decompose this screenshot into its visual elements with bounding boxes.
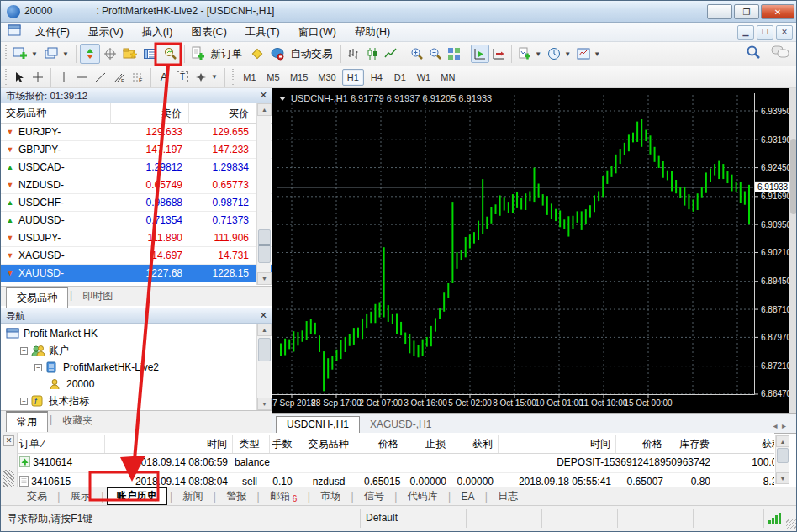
column-symbol[interactable]: 交易品种: [1, 103, 111, 124]
navigator-toggle-button[interactable]: [120, 44, 140, 64]
new-chart-button[interactable]: [10, 44, 30, 64]
tree-expander-icon[interactable]: −: [34, 364, 42, 371]
tile-windows-button[interactable]: [445, 45, 463, 63]
chart-restore-button[interactable]: ❐: [757, 25, 773, 40]
navigator-close-icon[interactable]: ✕: [260, 310, 267, 320]
scroll-down-icon[interactable]: ▼: [776, 472, 789, 484]
trendline-tool[interactable]: [92, 68, 110, 87]
indicators-dropdown[interactable]: ▼: [535, 50, 541, 58]
new-chart-dropdown[interactable]: ▼: [31, 50, 38, 58]
market-watch-row[interactable]: ▼EURJPY-129.633129.655: [1, 124, 272, 141]
metaeditor-button[interactable]: [247, 44, 267, 64]
market-watch-toggle-button[interactable]: [80, 44, 100, 64]
new-order-button[interactable]: 新订单: [211, 47, 243, 61]
profiles-button[interactable]: [41, 44, 61, 64]
terminal-column-0[interactable]: 订单 ∕: [18, 435, 105, 453]
chart-scrollbar[interactable]: [789, 88, 797, 413]
terminal-column-1[interactable]: 时间: [105, 435, 233, 453]
candlestick-chart-button[interactable]: [363, 45, 382, 63]
terminal-tab-3[interactable]: 新闻: [175, 488, 210, 504]
terminal-column-4[interactable]: 交易品种: [298, 435, 362, 453]
tree-item-4[interactable]: −f技术指标: [1, 392, 272, 409]
text-tool[interactable]: A: [155, 68, 173, 87]
menu-item-3[interactable]: 图表(C): [182, 24, 235, 41]
terminal-column-2[interactable]: 类型: [233, 435, 270, 453]
indicators-button[interactable]: [515, 45, 534, 63]
channel-tool[interactable]: E: [110, 68, 129, 87]
menu-item-1[interactable]: 显示(V): [79, 24, 133, 41]
timeframe-button-M15[interactable]: M15: [286, 69, 312, 86]
terminal-tab-4[interactable]: 警报: [219, 488, 254, 504]
terminal-close-icon[interactable]: ✕: [3, 435, 14, 446]
timeframe-button-D1[interactable]: D1: [389, 69, 411, 86]
toolbar-grip[interactable]: [3, 69, 8, 86]
scrollbar-thumb[interactable]: [777, 448, 789, 463]
scrollbar-thumb[interactable]: [258, 338, 271, 361]
horizontal-line-tool[interactable]: [73, 68, 92, 87]
timeframe-button-M30[interactable]: M30: [314, 69, 340, 86]
timeframe-button-M1[interactable]: M1: [239, 69, 261, 86]
zoom-out-button[interactable]: [426, 45, 445, 63]
menu-item-0[interactable]: 文件(F): [26, 24, 79, 41]
fibonacci-tool[interactable]: F: [129, 68, 147, 87]
autotrading-icon[interactable]: [267, 44, 288, 64]
periods-dropdown[interactable]: ▼: [564, 50, 571, 58]
terminal-row-1[interactable]: 34106152018.09.14 08:08:04sell0.10nzdusd…: [18, 473, 774, 487]
market-watch-tab-1[interactable]: 即时图: [72, 287, 123, 306]
menu-item-6[interactable]: 帮助(H): [346, 24, 399, 41]
market-watch-row[interactable]: ▲USDCHF-0.986880.98712: [1, 194, 272, 212]
autotrading-button[interactable]: 自动交易: [290, 47, 332, 61]
terminal-scrollbar[interactable]: ▲ ▼: [775, 435, 789, 484]
market-watch-row[interactable]: ▼NZDUSD-0.657490.65773: [1, 176, 272, 194]
crosshair-tool-button[interactable]: [29, 68, 47, 87]
text-label-tool[interactable]: T: [173, 68, 192, 87]
chart-tab-1[interactable]: XAGUSD-,H1: [360, 417, 441, 433]
terminal-column-8[interactable]: 时间: [499, 435, 616, 453]
terminal-tab-8[interactable]: 代码库: [400, 488, 446, 504]
cursor-tool-button[interactable]: [10, 68, 29, 87]
chart-shift-button[interactable]: [489, 45, 508, 63]
market-watch-tab-0[interactable]: 交易品种: [6, 287, 68, 308]
timeframe-button-H1[interactable]: H1: [342, 69, 364, 86]
terminal-column-9[interactable]: 价格: [616, 435, 668, 453]
close-button[interactable]: ✕: [761, 4, 794, 19]
arrows-tool[interactable]: [192, 68, 210, 87]
terminal-tab-9[interactable]: EA: [454, 490, 483, 503]
terminal-toggle-button[interactable]: [140, 44, 161, 64]
terminal-row-0[interactable]: 34106142018.09.14 08:06:59balanceDEPOSIT…: [18, 454, 774, 473]
vertical-line-tool[interactable]: [55, 68, 73, 87]
terminal-column-5[interactable]: 价格: [362, 435, 404, 453]
navigator-tab-1[interactable]: 收藏夹: [52, 411, 103, 430]
menu-item-4[interactable]: 工具(T): [236, 24, 289, 41]
line-chart-button[interactable]: [382, 45, 400, 63]
tree-item-2[interactable]: −ProfitMarketHK-Live2: [1, 359, 272, 376]
chart-tab-scroll-arrows[interactable]: ◂ ▸: [773, 421, 786, 433]
tree-expander-icon[interactable]: −: [20, 347, 28, 355]
tree-expander-icon[interactable]: −: [20, 398, 28, 405]
scrollbar-thumb[interactable]: [258, 229, 271, 263]
chat-icon[interactable]: [771, 45, 789, 63]
terminal-column-3[interactable]: 手数: [270, 435, 298, 453]
terminal-column-7[interactable]: 获利: [451, 435, 499, 453]
market-watch-row[interactable]: ▼XAUUSD-1227.681228.15: [1, 265, 272, 282]
scroll-up-icon[interactable]: ▲: [257, 103, 272, 116]
market-watch-close-icon[interactable]: ✕: [260, 90, 267, 100]
scroll-down-icon[interactable]: ▼: [257, 272, 272, 285]
market-watch-row[interactable]: ▼XAGUSD-14.69714.731: [1, 247, 272, 265]
chart-tab-0[interactable]: USDCNH-,H1: [276, 416, 360, 433]
resize-grip[interactable]: [786, 519, 796, 529]
market-watch-row[interactable]: ▲AUDUSD-0.713540.71373: [1, 212, 272, 229]
toolbar-grip[interactable]: [3, 45, 8, 62]
terminal-tab-6[interactable]: 市场: [313, 488, 348, 504]
tree-item-3[interactable]: 20000: [1, 376, 272, 392]
tree-item-1[interactable]: −账户: [1, 342, 272, 359]
column-ask[interactable]: 买价: [189, 103, 256, 124]
zoom-in-button[interactable]: [408, 45, 426, 63]
market-watch-scrollbar[interactable]: ▲ ▼: [256, 103, 271, 285]
market-watch-row[interactable]: ▲USDCAD-1.298121.29834: [1, 159, 272, 176]
chart-minimize-button[interactable]: ▁: [737, 25, 754, 40]
terminal-tab-0[interactable]: 交易: [19, 488, 55, 504]
periods-button[interactable]: [545, 45, 563, 63]
market-watch-row[interactable]: ▼GBPJPY-147.197147.233: [1, 141, 272, 159]
search-icon[interactable]: [746, 45, 761, 63]
